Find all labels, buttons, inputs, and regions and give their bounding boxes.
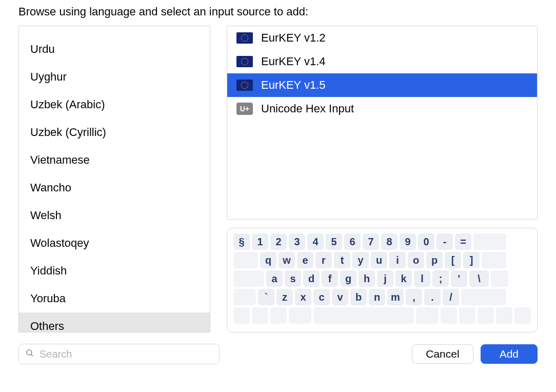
language-item[interactable]: Wancho <box>19 174 210 202</box>
key: k <box>395 270 412 287</box>
key-blank <box>233 307 250 324</box>
key-blank <box>441 307 457 324</box>
eu-flag-icon <box>236 56 253 67</box>
key: d <box>303 270 320 287</box>
key-blank <box>473 233 506 250</box>
language-item[interactable]: Uzbek (Arabic) <box>19 91 210 119</box>
key: 5 <box>326 233 342 250</box>
key: u <box>371 252 387 268</box>
key: [ <box>445 252 461 268</box>
key: , <box>406 289 422 305</box>
key: g <box>340 270 356 287</box>
key: n <box>369 289 385 305</box>
key: j <box>377 270 393 287</box>
eu-flag-icon <box>236 80 253 91</box>
key-blank <box>233 289 256 305</box>
key: y <box>352 252 369 268</box>
key: l <box>414 270 430 287</box>
language-item[interactable]: Uyghur <box>19 63 210 91</box>
key: i <box>389 252 406 268</box>
key: b <box>350 289 367 305</box>
keyboard-row <box>233 307 531 324</box>
key-blank <box>416 307 439 324</box>
key: c <box>313 289 330 305</box>
key: ' <box>451 270 467 287</box>
key: \ <box>469 270 489 287</box>
key: 8 <box>381 233 398 250</box>
search-input[interactable] <box>38 348 213 361</box>
keyboard-row: §1234567890-= <box>233 233 531 250</box>
key: ] <box>463 252 480 268</box>
key: 2 <box>270 233 287 250</box>
key: = <box>455 233 471 250</box>
key-blank <box>270 307 287 324</box>
svg-point-0 <box>27 350 32 355</box>
language-item[interactable]: Wolastoqey <box>19 229 210 257</box>
key: h <box>359 270 375 287</box>
eu-flag-icon <box>236 32 253 44</box>
language-list-panel: Ume SamiUrduUyghurUzbek (Arabic)Uzbek (C… <box>18 26 210 332</box>
key-blank <box>233 252 258 268</box>
key: o <box>408 252 424 268</box>
keyboard-row: `zxcvbnm,./ <box>233 289 531 305</box>
keyboard-row: qwertyuiop[] <box>233 252 531 268</box>
input-source-panel: EurKEY v1.2EurKEY v1.4EurKEY v1.5U+Unico… <box>227 26 538 220</box>
key-blank <box>496 307 512 324</box>
key-blank <box>514 307 531 324</box>
key: p <box>426 252 443 268</box>
key-blank <box>461 289 506 305</box>
key: . <box>424 289 441 305</box>
language-item[interactable]: Yoruba <box>19 285 210 312</box>
key: 4 <box>307 233 324 250</box>
svg-line-1 <box>31 354 33 356</box>
key-blank <box>459 307 475 324</box>
key: q <box>260 252 276 268</box>
language-item[interactable]: Welsh <box>19 202 210 229</box>
language-item[interactable]: Vietnamese <box>19 146 210 174</box>
input-source-list[interactable]: EurKEY v1.2EurKEY v1.4EurKEY v1.5U+Unico… <box>227 26 537 121</box>
key-blank <box>252 307 268 324</box>
key: s <box>285 270 301 287</box>
key-blank <box>482 252 506 268</box>
language-item[interactable]: Others <box>19 312 210 332</box>
key-blank <box>233 270 264 287</box>
key: 6 <box>344 233 361 250</box>
unicode-icon: U+ <box>236 103 253 115</box>
key: 0 <box>418 233 434 250</box>
key: m <box>387 289 404 305</box>
language-item[interactable]: Uzbek (Cyrillic) <box>19 119 210 146</box>
input-source-item[interactable]: EurKEY v1.5 <box>227 73 537 97</box>
language-list[interactable]: Ume SamiUrduUyghurUzbek (Arabic)Uzbek (C… <box>19 26 210 332</box>
input-source-label: EurKEY v1.5 <box>261 79 326 92</box>
language-item[interactable]: Urdu <box>19 35 210 63</box>
input-source-item[interactable]: EurKEY v1.4 <box>227 50 537 73</box>
add-button[interactable]: Add <box>481 344 538 364</box>
key: a <box>266 270 283 287</box>
input-source-label: Unicode Hex Input <box>261 102 354 115</box>
key-blank <box>491 270 508 287</box>
key-blank <box>313 307 414 324</box>
keyboard-row: asdfghjkl;'\ <box>233 270 531 287</box>
keyboard-preview: §1234567890-=qwertyuiop[]asdfghjkl;'\`zx… <box>227 228 538 332</box>
key: / <box>443 289 459 305</box>
key: § <box>233 233 250 250</box>
input-source-item[interactable]: EurKEY v1.2 <box>227 26 537 50</box>
key: 3 <box>289 233 305 250</box>
key-blank <box>289 307 311 324</box>
key: v <box>332 289 348 305</box>
cancel-button[interactable]: Cancel <box>412 344 473 364</box>
dialog-title: Browse using language and select an inpu… <box>18 5 538 26</box>
language-item[interactable]: Ume Sami <box>19 26 210 35</box>
search-field-wrapper[interactable] <box>18 344 220 364</box>
language-item[interactable]: Yiddish <box>19 257 210 285</box>
key: ; <box>432 270 449 287</box>
key: f <box>322 270 338 287</box>
input-source-label: EurKEY v1.4 <box>261 55 326 68</box>
key: - <box>436 233 453 250</box>
key: t <box>334 252 350 268</box>
input-source-item[interactable]: U+Unicode Hex Input <box>227 97 537 121</box>
key: e <box>297 252 313 268</box>
key: x <box>295 289 311 305</box>
input-source-label: EurKEY v1.2 <box>261 31 326 45</box>
search-icon <box>25 348 34 360</box>
